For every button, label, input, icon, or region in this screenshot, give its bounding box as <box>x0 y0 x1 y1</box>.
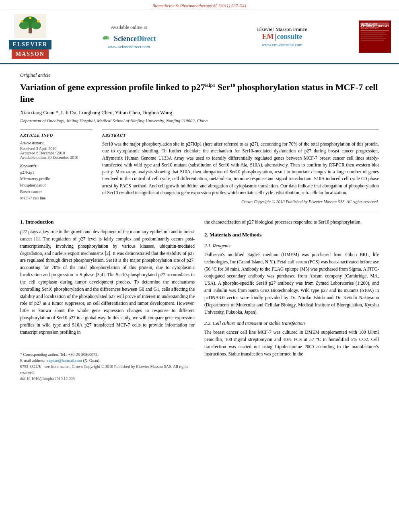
article-history: Article history: Received 3 April 2010 A… <box>20 141 93 160</box>
cell-culture-title: Cell culture and transient or stable tra… <box>213 320 305 326</box>
email-address[interactable]: xxguan@hotmail.com <box>46 358 82 363</box>
cell-culture-heading: 2.2. Cell culture and transient or stabl… <box>204 320 379 327</box>
authors-text: Xiaoxiang Guan *, Lili Du, Longbang Chen… <box>20 109 172 115</box>
em-logo-text: EM <box>262 33 274 41</box>
copyright-text: Crown Copyright © 2010 Published by Else… <box>102 199 379 204</box>
science-text: Science <box>114 35 137 43</box>
keyword-3: Phosphorylation <box>20 182 93 189</box>
keyword-1: p27Kip1 <box>20 169 93 176</box>
footer-bar: * Corresponding author. Tel.: +86-25-808… <box>20 348 195 382</box>
top-banner: ELSEVIER MASSON Available online at Scie… <box>0 10 399 64</box>
paper-container: Original article Variation of gene expre… <box>0 64 399 390</box>
reagents-text: Dulbecco's modified Eagle's medium (DMEM… <box>204 251 379 316</box>
issn-text: 0753-3322/$ – see front matter, Crown Co… <box>20 364 195 376</box>
masson-label: MASSON <box>12 49 49 59</box>
elsevier-label: ELSEVIER <box>9 40 52 49</box>
keywords-list: p27Kip1 Microarray profile Phosphorylati… <box>20 169 93 201</box>
corresponding-text: * Corresponding author. Tel.: +86-25-808… <box>20 352 98 357</box>
history-label: Article history: <box>20 141 93 145</box>
elsevier-tree-icon <box>14 14 46 38</box>
reagents-num: 2.1. <box>204 243 212 249</box>
reagents-heading: 2.1. Reagents <box>204 243 379 249</box>
email-contact: (X. Guan). <box>83 358 100 363</box>
intro-heading: 1. Introduction <box>20 219 195 225</box>
body-section: 1. Introduction p27 plays a key role in … <box>20 219 379 382</box>
section-divider <box>20 212 379 212</box>
sciencedirect-block: Available online at ScienceDirect www.sc… <box>52 25 206 49</box>
em-consulte-block: Elsevier Masson France EM | consulte www… <box>206 26 359 47</box>
title-part1: Variation of gene expression profile lin… <box>20 82 205 92</box>
svg-rect-19 <box>361 38 386 39</box>
sciencedirect-logo: ScienceDirect <box>52 32 206 43</box>
intro-num: 1. <box>20 219 24 225</box>
svg-point-7 <box>29 17 31 19</box>
doi-text: doi:10.1016/j.biopha.2010.12.003 <box>20 376 195 382</box>
keywords-label: Keywords: <box>20 164 93 168</box>
sd-leaves-icon <box>102 32 111 43</box>
svg-rect-18 <box>361 36 383 37</box>
svg-rect-12 <box>361 23 389 26</box>
sd-plant-icon <box>102 32 111 41</box>
svg-point-3 <box>31 21 41 29</box>
paper-title: Variation of gene expression profile lin… <box>20 82 379 105</box>
svg-rect-4 <box>29 28 32 33</box>
elsevier-masson-france-text: Elsevier Masson France <box>206 26 359 33</box>
title-mid: Ser <box>215 82 230 92</box>
svg-rect-15 <box>361 30 389 31</box>
available-date: Available online 30 December 2010 <box>20 155 93 160</box>
keyword-5: MCF-7 cell line <box>20 195 93 201</box>
available-online-text: Available online at <box>52 25 206 31</box>
body-left-column: 1. Introduction p27 plays a key role in … <box>20 219 195 382</box>
journal-name: Biomedicine & Pharmacotherapy 65 (2011) … <box>152 3 247 8</box>
svg-rect-20 <box>361 40 384 41</box>
abstract-label: Abstract <box>102 133 379 138</box>
svg-point-6 <box>37 20 39 23</box>
svg-point-9 <box>105 35 110 40</box>
elsevier-masson-logo: ELSEVIER MASSON <box>8 14 52 59</box>
methods-title: Materials and Methods <box>210 232 261 238</box>
methods-heading: 2. Materials and Methods <box>204 232 379 238</box>
cell-culture-text: The breast cancer cell line MCF-7 was cu… <box>204 329 379 357</box>
svg-point-2 <box>19 21 29 29</box>
accepted-date: Accepted 6 December 2010 <box>20 151 93 155</box>
svg-rect-17 <box>361 34 387 35</box>
email-note: E-mail address: xxguan@hotmail.com (X. G… <box>20 357 195 364</box>
title-sup2: 10 <box>230 82 235 88</box>
svg-text:BIOMEDICINE: BIOMEDICINE <box>361 24 375 26</box>
journal-cover-icon: BIOMEDICINE & PHARMACOTHERAPY <box>359 21 391 53</box>
abstract-panel: Abstract Ser10 was the major phosphoryla… <box>102 129 379 205</box>
em-consulte-text: consulte <box>277 33 302 41</box>
keywords-section: Keywords: p27Kip1 Microarray profile Pho… <box>20 164 93 201</box>
article-info-panel: Article info Article history: Received 3… <box>20 129 93 205</box>
methods-num: 2. <box>204 232 208 238</box>
intro-text-right: the characterization of p27 biological p… <box>204 219 379 226</box>
cell-culture-num: 2.2. <box>204 320 212 326</box>
intro-title: Introduction <box>25 219 54 225</box>
svg-rect-16 <box>361 32 385 33</box>
article-info-label: Article info <box>20 133 93 138</box>
authors: Xiaoxiang Guan *, Lili Du, Longbang Chen… <box>20 109 379 116</box>
keyword-2: Microarray profile <box>20 176 93 182</box>
body-right-column: the characterization of p27 biological p… <box>204 219 379 382</box>
keyword-4: Breast cancer <box>20 189 93 195</box>
direct-text: Direct <box>137 35 156 43</box>
journal-header: Biomedicine & Pharmacotherapy 65 (2011) … <box>0 0 399 10</box>
em-separator: | <box>275 33 276 41</box>
svg-point-5 <box>21 20 23 23</box>
received-date: Received 3 April 2010 <box>20 146 93 151</box>
article-type: Original article <box>20 72 379 78</box>
reagents-title: Reagents <box>213 243 230 249</box>
title-sup1: Kip1 <box>205 82 215 88</box>
sciencedirect-url: www.sciencedirect.com <box>52 44 206 49</box>
email-label: E-mail address: <box>20 358 45 363</box>
journal-thumbnail: BIOMEDICINE & PHARMACOTHERAPY <box>359 21 391 53</box>
intro-text: p27 plays a key role in the growth and d… <box>20 228 195 336</box>
em-consulte-url: www.em-consulte.com <box>206 42 359 47</box>
affiliation: Department of Oncology, Jinling Hospital… <box>20 118 379 123</box>
corresponding-note: * Corresponding author. Tel.: +86-25-808… <box>20 351 195 357</box>
abstract-text: Ser10 was the major phosphorylation site… <box>102 141 379 196</box>
svg-text:& PHARMACOTHERAPY: & PHARMACOTHERAPY <box>361 27 379 29</box>
info-abstract-section: Article info Article history: Received 3… <box>20 129 379 205</box>
